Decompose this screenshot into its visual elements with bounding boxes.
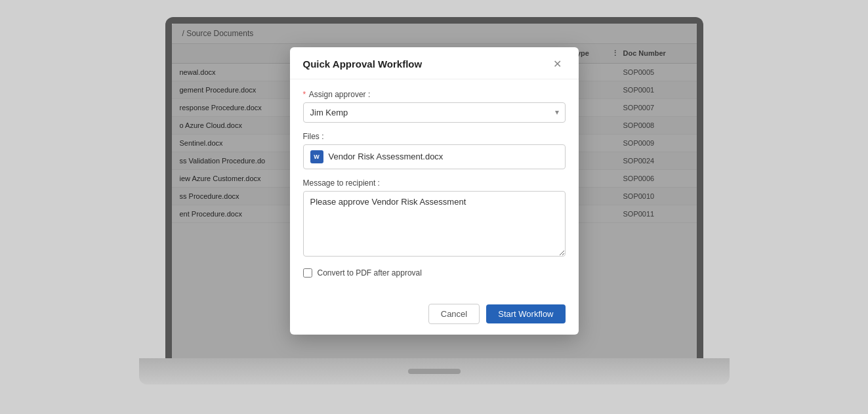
modal-title: Quick Approval Workflow	[303, 58, 423, 70]
pdf-convert-checkbox[interactable]	[303, 268, 312, 278]
pdf-checkbox-label[interactable]: Convert to PDF after approval	[318, 268, 422, 278]
approval-workflow-modal: Quick Approval Workflow ✕ * Assign appro…	[290, 47, 579, 335]
modal-header: Quick Approval Workflow ✕	[290, 47, 579, 79]
start-workflow-button[interactable]: Start Workflow	[486, 304, 565, 323]
modal-footer: Cancel Start Workflow	[290, 299, 579, 335]
word-doc-icon: W	[310, 150, 323, 163]
approver-select[interactable]: Jim Kemp Sarah Johnson Michael Brown	[303, 102, 566, 123]
close-modal-button[interactable]: ✕	[549, 58, 566, 71]
approver-group: * Assign approver : Jim Kemp Sarah Johns…	[303, 90, 566, 123]
message-group: Message to recipient : Please approve Ve…	[303, 178, 566, 259]
files-box: W Vendor Risk Assessment.docx	[303, 144, 566, 169]
laptop-container: / Source Documents Type ⋮ Doc Number new…	[139, 17, 730, 398]
screen-content: / Source Documents Type ⋮ Doc Number new…	[172, 24, 697, 358]
laptop-base	[139, 358, 730, 384]
files-group: Files : W Vendor Risk Assessment.docx	[303, 132, 566, 169]
camera-notch	[432, 18, 437, 24]
files-label: Files :	[303, 132, 566, 141]
pdf-checkbox-group: Convert to PDF after approval	[303, 268, 566, 278]
modal-overlay: Quick Approval Workflow ✕ * Assign appro…	[172, 24, 697, 358]
required-star: *	[303, 90, 306, 99]
word-icon-letter: W	[314, 154, 320, 160]
message-label: Message to recipient :	[303, 178, 566, 188]
modal-body: * Assign approver : Jim Kemp Sarah Johns…	[290, 79, 579, 299]
cancel-button[interactable]: Cancel	[428, 304, 480, 324]
approver-label: * Assign approver :	[303, 90, 566, 99]
laptop-screen: / Source Documents Type ⋮ Doc Number new…	[165, 17, 703, 358]
approver-label-text: Assign approver :	[309, 90, 370, 99]
file-name: Vendor Risk Assessment.docx	[329, 152, 444, 161]
message-textarea[interactable]: Please approve Vendor Risk Assessment	[303, 191, 566, 257]
approver-select-wrapper: Jim Kemp Sarah Johnson Michael Brown	[303, 102, 566, 123]
